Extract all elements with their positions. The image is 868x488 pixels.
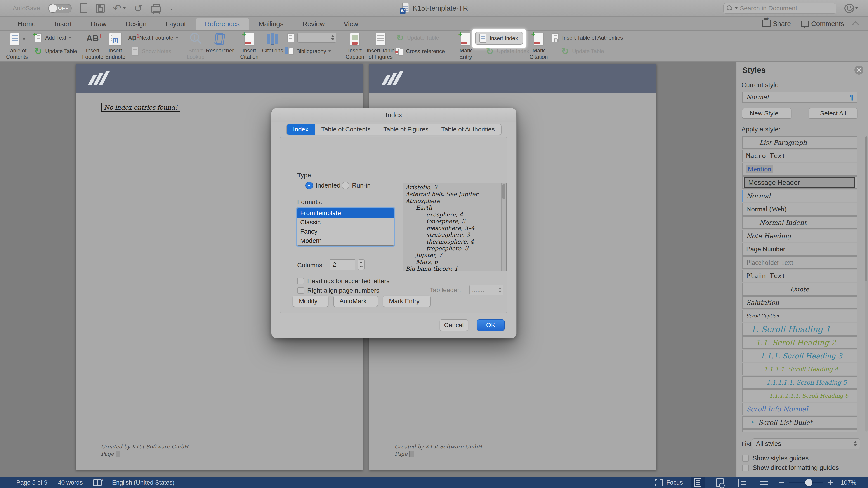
tab-layout[interactable]: Layout [156,18,195,31]
insert-index-button[interactable]: Insert Index [475,32,523,44]
tab-mailings[interactable]: Mailings [249,18,293,31]
new-document-button[interactable] [80,3,88,13]
update-table-button[interactable]: ↻ Update Table [34,46,77,56]
tab-view[interactable]: View [334,18,368,31]
preview-scrollbar[interactable] [501,183,506,271]
save-button[interactable] [96,4,105,13]
mark-entry-button[interactable]: + Mark Entry [457,32,474,60]
comments-button[interactable]: Comments [801,20,844,28]
new-style-button[interactable]: New Style... [742,108,792,119]
style-item-message-header[interactable]: Message Header [742,176,857,189]
style-item-normal-indent[interactable]: Normal Indent [742,216,857,229]
tab-home[interactable]: Home [8,18,45,31]
style-item-page-number[interactable]: Page Number [742,243,857,256]
tab-design[interactable]: Design [116,18,156,31]
dialog-tab-index[interactable]: Index [287,124,315,135]
style-item-scroll-heading-6[interactable]: 1.1.1.1.1.1. Scroll Heading 6 [742,390,857,402]
show-styles-guides-checkbox[interactable]: Show styles guides [742,455,809,462]
styles-scrollbar[interactable] [865,136,868,431]
format-option-from-template[interactable]: From template [298,208,394,218]
show-direct-formatting-guides-checkbox[interactable]: Show direct formatting guides [742,464,839,471]
bibliography-style-combo[interactable] [298,33,336,43]
format-option-fancy[interactable]: Fancy [298,227,394,236]
modify-button[interactable]: Modify... [293,295,329,307]
style-item-scroll-list-bullet[interactable]: •Scroll List Bullet [742,416,857,429]
autosave-toggle[interactable]: OFF [48,4,72,13]
table-of-contents-button[interactable]: Table of Contents [4,32,30,60]
cancel-button[interactable]: Cancel [440,320,468,331]
mark-citation-button[interactable]: + Mark Citation [528,32,549,60]
focus-mode-button[interactable]: Focus [655,479,683,486]
add-text-button[interactable]: + Add Text [34,33,71,43]
index-field-result[interactable]: No index entries found! [101,103,180,112]
select-all-button[interactable]: Select All [809,108,857,119]
dialog-tab-table-of-authorities[interactable]: Table of Authorities [435,124,501,135]
style-item-note-heading[interactable]: Note Heading [742,230,857,242]
style-item-mention[interactable]: Mention [742,163,857,175]
zoom-percentage[interactable]: 107% [841,479,856,486]
style-item-normal[interactable]: Normal [742,190,857,202]
style-item-list-paragraph[interactable]: List Paragraph [742,136,857,149]
style-item-normal-web[interactable]: Normal (Web) [742,203,857,216]
style-item-macro-text[interactable]: Macro Text [742,150,857,162]
insert-endnote-button[interactable]: [i] Insert Endnote [104,32,126,60]
style-item-scroll-info-normal[interactable]: Scroll Info Normal [742,403,857,416]
style-item-scroll-heading-3[interactable]: 1.1.1. Scroll Heading 3 [742,350,857,362]
language-indicator[interactable]: English (United States) [112,479,175,486]
format-option-classic[interactable]: Classic [298,218,394,227]
ok-button[interactable]: OK [477,320,504,331]
style-item-clipped[interactable] [742,429,857,432]
undo-button[interactable]: ↶ [113,3,126,13]
list-filter-select[interactable]: All styles [752,438,860,449]
cross-reference-button[interactable]: Cross-reference [395,46,445,56]
insert-caption-button[interactable]: Insert Caption [344,32,366,60]
dialog-tab-table-of-contents[interactable]: Table of Contents [315,124,377,135]
customize-toolbar-button[interactable] [169,6,175,10]
search-input[interactable] [740,5,833,12]
web-layout-view-button[interactable] [713,477,727,488]
next-footnote-button[interactable]: AB1→ Next Footnote [128,33,178,43]
style-item-scroll-caption[interactable]: Scroll Caption [742,310,857,322]
zoom-slider[interactable] [789,482,823,484]
zoom-in-button[interactable] [828,480,833,485]
style-item-scroll-heading-2[interactable]: 1.1. Scroll Heading 2 [742,336,857,349]
citations-button[interactable]: Citations [260,32,285,54]
proofing-status-icon[interactable] [93,480,102,486]
search-box[interactable] [723,3,836,13]
outline-view-button[interactable] [735,477,749,488]
bibliography-button[interactable]: Bibliography [285,46,331,56]
style-item-quote[interactable]: Quote [742,283,857,295]
style-item-salutation[interactable]: Salutation [742,296,857,309]
headings-accented-checkbox[interactable]: Headings for accented letters [297,278,390,285]
dialog-title-bar[interactable]: Index [272,108,516,122]
zoom-out-button[interactable] [779,482,784,483]
insert-table-of-authorities-button[interactable]: Insert Table of Authorities [551,33,623,43]
style-item-scroll-heading-5[interactable]: 1.1.1.1.1. Scroll Heading 5 [742,376,857,389]
insert-citation-button[interactable]: + Insert Citation [239,32,260,60]
tab-insert[interactable]: Insert [45,18,81,31]
insert-table-of-figures-button[interactable]: Insert Table of Figures [367,32,395,60]
format-option-modern[interactable]: Modern [298,236,394,246]
share-button[interactable]: Share [763,20,791,28]
feedback-button[interactable] [844,4,858,13]
style-item-scroll-heading-4[interactable]: 1.1.1.1. Scroll Heading 4 [742,363,857,376]
search-scope-caret-icon[interactable] [735,7,738,9]
formats-listbox[interactable]: From template Classic Fancy Modern [297,208,394,246]
tab-review[interactable]: Review [293,18,334,31]
type-run-in-radio[interactable]: Run-in [342,182,370,189]
dialog-tab-table-of-figures[interactable]: Table of Figures [377,124,435,135]
tab-references[interactable]: References [195,18,249,31]
researcher-button[interactable]: Researcher [205,32,235,54]
automark-button[interactable]: AutoMark... [333,295,378,307]
zoom-slider-knob[interactable] [805,479,812,486]
style-item-placeholder-text[interactable]: Placeholder Text [742,256,857,269]
style-item-plain-text[interactable]: Plain Text [742,269,857,282]
type-indented-radio[interactable]: Indented [305,182,340,189]
insert-footnote-button[interactable]: AB1 Insert Footnote [81,32,104,60]
style-item-scroll-heading-1[interactable]: 1. Scroll Heading 1 [742,323,857,335]
print-button[interactable] [151,4,161,13]
columns-input[interactable] [330,259,355,270]
columns-stepper[interactable] [358,259,365,270]
word-count[interactable]: 40 words [58,479,83,486]
collapse-ribbon-button[interactable] [852,21,859,28]
